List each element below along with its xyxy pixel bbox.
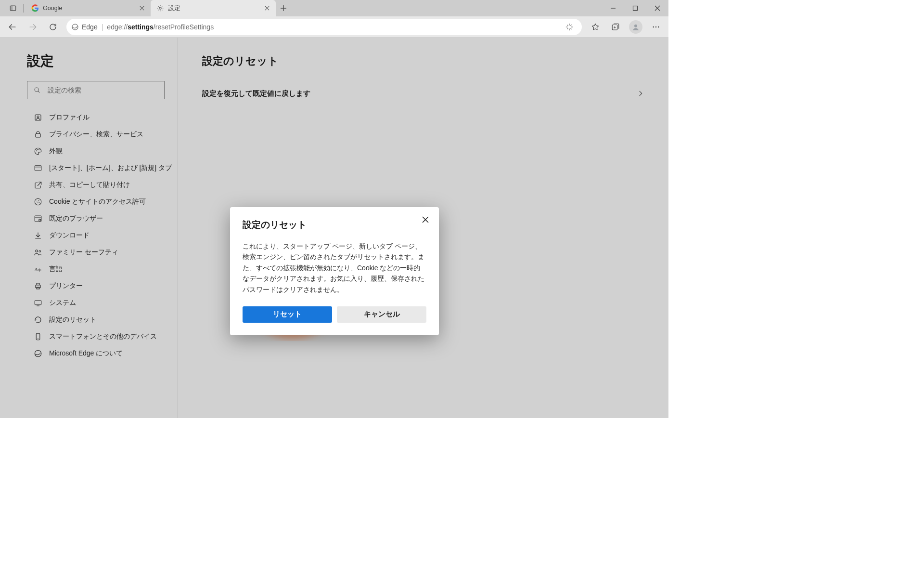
window-maximize-button[interactable] (624, 0, 646, 16)
tab-title: Google (43, 5, 134, 12)
dialog-body: これにより、スタートアップ ページ、新しいタブ ページ、検索エンジン、ピン留めさ… (243, 241, 426, 295)
toolbar: Edge | edge://settings/resetProfileSetti… (0, 16, 668, 38)
titlebar: Google 設定 (0, 0, 668, 16)
maximize-icon (632, 5, 638, 11)
svg-point-9 (655, 26, 656, 27)
tab-google[interactable]: Google (26, 0, 151, 16)
tab-title: 設定 (168, 4, 259, 13)
tab-close-button[interactable] (138, 4, 146, 12)
arrow-right-icon (28, 23, 37, 31)
sparkle-icon (565, 23, 574, 31)
close-icon (422, 216, 429, 223)
divider (23, 4, 24, 13)
nav-forward-button[interactable] (23, 17, 42, 37)
read-aloud-button[interactable] (562, 19, 577, 35)
dialog-confirm-button[interactable]: リセット (243, 306, 332, 323)
address-bar[interactable]: Edge | edge://settings/resetProfileSetti… (66, 19, 582, 35)
nav-refresh-button[interactable] (43, 17, 63, 37)
svg-rect-4 (633, 6, 638, 11)
site-identity-label: Edge (82, 23, 98, 31)
dialog-close-button[interactable] (420, 214, 431, 225)
plus-icon (280, 5, 287, 12)
svg-point-10 (658, 26, 659, 27)
dialog-cancel-button[interactable]: キャンセル (337, 306, 426, 323)
dots-icon (652, 23, 660, 31)
nav-back-button[interactable] (3, 17, 22, 37)
divider: | (102, 23, 103, 31)
more-menu-button[interactable] (646, 17, 666, 37)
collections-button[interactable] (606, 17, 625, 37)
tab-close-button[interactable] (263, 4, 271, 12)
profile-button[interactable] (626, 17, 645, 37)
google-favicon-icon (31, 4, 39, 12)
svg-point-2 (159, 7, 161, 9)
svg-point-8 (653, 26, 654, 27)
minimize-icon (610, 5, 616, 11)
svg-point-7 (634, 24, 637, 27)
svg-rect-0 (10, 6, 15, 11)
site-identity-chip[interactable]: Edge (71, 23, 98, 31)
window-minimize-button[interactable] (602, 0, 624, 16)
star-icon (591, 23, 600, 31)
reset-dialog: 設定のリセット これにより、スタートアップ ページ、新しいタブ ページ、検索エン… (230, 207, 439, 335)
edge-icon (71, 23, 79, 31)
tab-actions-button[interactable] (5, 0, 21, 16)
close-icon (140, 6, 144, 11)
tabs-icon (10, 5, 16, 12)
close-icon (265, 6, 270, 11)
dialog-title: 設定のリセット (243, 219, 426, 231)
avatar-icon (629, 20, 642, 34)
gear-favicon-icon (156, 4, 164, 12)
window-close-button[interactable] (646, 0, 668, 16)
collections-icon (611, 23, 620, 31)
favorites-button[interactable] (586, 17, 605, 37)
close-icon (654, 5, 660, 11)
refresh-icon (49, 23, 57, 31)
url-text: edge://settings/resetProfileSettings (107, 23, 214, 31)
arrow-left-icon (8, 23, 17, 31)
tab-settings[interactable]: 設定 (151, 0, 276, 16)
new-tab-button[interactable] (276, 0, 291, 16)
